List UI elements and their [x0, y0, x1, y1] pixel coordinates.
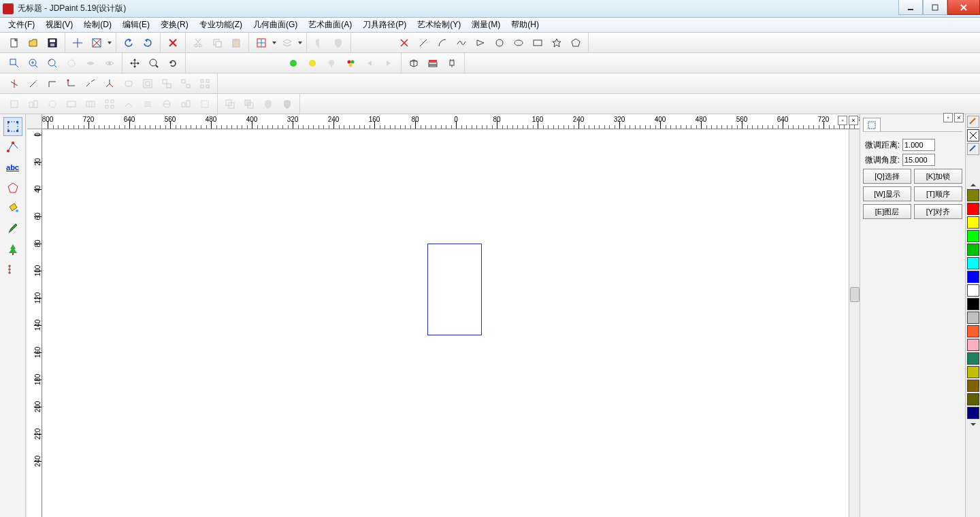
panel-close-icon[interactable]: ×: [849, 116, 858, 125]
color-swatch[interactable]: [967, 407, 979, 419]
show-icon[interactable]: [101, 55, 118, 71]
menu-item[interactable]: 专业功能(Z): [194, 18, 248, 32]
menu-item[interactable]: 艺术绘制(Y): [412, 18, 466, 32]
color-swatch[interactable]: [967, 325, 979, 337]
ruler-horizontal[interactable]: ▫× 8007206405604804003202401608008016024…: [42, 114, 860, 129]
color-swatch[interactable]: [967, 230, 979, 242]
new-file-icon[interactable]: [5, 35, 23, 51]
misc-8-icon[interactable]: [139, 96, 157, 112]
redo-icon[interactable]: [139, 35, 157, 51]
spline-tool-icon[interactable]: [453, 35, 470, 51]
zoom-window-icon[interactable]: [5, 55, 23, 71]
combine-icon[interactable]: [221, 96, 239, 112]
menu-item[interactable]: 刀具路径(P): [357, 18, 412, 32]
shield3-icon[interactable]: [278, 96, 296, 112]
zoom-in-icon[interactable]: [24, 55, 42, 71]
color-swatch[interactable]: [967, 271, 979, 283]
shape-tool-icon[interactable]: [3, 178, 22, 197]
drawn-rectangle[interactable]: [427, 244, 482, 335]
minimize-button[interactable]: [898, 0, 923, 15]
color-swatch[interactable]: [967, 312, 979, 324]
text-tool-icon[interactable]: abc: [3, 158, 22, 177]
save-file-icon[interactable]: [44, 35, 61, 51]
rectangle-tool-icon[interactable]: [529, 35, 546, 51]
light-yellow-icon[interactable]: [304, 55, 321, 71]
polygon-tool-icon[interactable]: [567, 35, 585, 51]
subtract-icon[interactable]: [240, 96, 258, 112]
color-swatch[interactable]: [967, 298, 979, 310]
plug-icon[interactable]: [443, 55, 461, 71]
misc-7-icon[interactable]: [120, 96, 137, 112]
misc-10-icon[interactable]: [177, 96, 195, 112]
color-swatch[interactable]: [967, 203, 979, 215]
show-button[interactable]: [W]显示: [863, 186, 911, 201]
select-tool-icon[interactable]: [3, 117, 22, 136]
menu-item[interactable]: 编辑(E): [117, 18, 155, 32]
cluster-icon[interactable]: [342, 55, 359, 71]
color-up-icon[interactable]: [967, 181, 979, 189]
ruler-vertical[interactable]: 020406080100120140160180200220240: [27, 129, 42, 517]
next-step-icon[interactable]: [380, 55, 397, 71]
shield2-icon[interactable]: [259, 96, 277, 112]
dropdown-arrow-icon[interactable]: [106, 35, 113, 51]
menu-item[interactable]: 测量(M): [466, 18, 506, 32]
hide-icon[interactable]: [82, 55, 99, 71]
misc-2-icon[interactable]: [24, 96, 42, 112]
layers-icon[interactable]: [278, 35, 296, 51]
drawing-canvas[interactable]: [42, 129, 849, 517]
extend-icon[interactable]: [24, 76, 42, 92]
shield-left-icon[interactable]: [310, 35, 328, 51]
refresh-icon[interactable]: [164, 55, 182, 71]
brush-tool-icon[interactable]: [3, 219, 22, 238]
current-fg-icon[interactable]: [967, 143, 979, 155]
menu-item[interactable]: 绘制(D): [78, 18, 117, 32]
order-button[interactable]: [T]顺序: [914, 186, 962, 201]
color-swatch[interactable]: [967, 257, 979, 269]
misc-3-icon[interactable]: [44, 96, 61, 112]
close-button[interactable]: [947, 0, 980, 15]
paste-icon[interactable]: [227, 35, 245, 51]
color-swatch[interactable]: [967, 339, 979, 351]
color-swatch[interactable]: [967, 366, 979, 378]
dropdown-arrow-icon[interactable]: [297, 35, 304, 51]
open-file-icon[interactable]: [24, 35, 42, 51]
measure-tool-icon[interactable]: [3, 260, 22, 279]
ellipse-tool-icon[interactable]: [510, 35, 527, 51]
nested-rect-icon[interactable]: [139, 76, 157, 92]
menu-item[interactable]: 艺术曲面(A): [303, 18, 357, 32]
circle-tool-icon[interactable]: [491, 35, 508, 51]
array-icon[interactable]: [196, 76, 214, 92]
dist-input[interactable]: [902, 139, 935, 151]
cut-icon[interactable]: [189, 35, 207, 51]
zoom-icon[interactable]: [145, 55, 163, 71]
crosshair-icon[interactable]: [69, 35, 86, 51]
misc-6-icon[interactable]: [101, 96, 118, 112]
layer-button[interactable]: [E]图层: [863, 204, 911, 219]
arc-tool-icon[interactable]: [434, 35, 451, 51]
menu-item[interactable]: 文件(F): [3, 18, 40, 32]
rounded-rect-icon[interactable]: [120, 76, 137, 92]
pan-icon[interactable]: [126, 55, 144, 71]
color-swatch[interactable]: [967, 244, 979, 256]
color-swatch[interactable]: [967, 189, 979, 201]
table-icon[interactable]: [424, 55, 442, 71]
prev-step-icon[interactable]: [361, 55, 378, 71]
zoom-fit-icon[interactable]: [63, 55, 80, 71]
delete-icon[interactable]: [164, 35, 182, 51]
align-button[interactable]: [Y]对齐: [914, 204, 962, 219]
angle-input[interactable]: [902, 154, 935, 166]
color-swatch[interactable]: [967, 352, 979, 365]
corner-icon[interactable]: [44, 76, 61, 92]
misc-9-icon[interactable]: [158, 96, 176, 112]
vertical-scrollbar[interactable]: [849, 129, 860, 517]
menu-item[interactable]: 几何曲面(G): [248, 18, 303, 32]
edit-color-icon[interactable]: [967, 116, 979, 128]
no-color-swatch[interactable]: [967, 129, 979, 141]
select-button[interactable]: [Q]选择: [863, 169, 911, 184]
panel-close-icon[interactable]: ×: [954, 113, 964, 122]
fill-tool-icon[interactable]: [3, 199, 22, 218]
color-swatch[interactable]: [967, 393, 979, 405]
view3d-icon[interactable]: [405, 55, 423, 71]
grid-toggle-icon[interactable]: [252, 35, 270, 51]
line-tool-icon[interactable]: [414, 35, 432, 51]
